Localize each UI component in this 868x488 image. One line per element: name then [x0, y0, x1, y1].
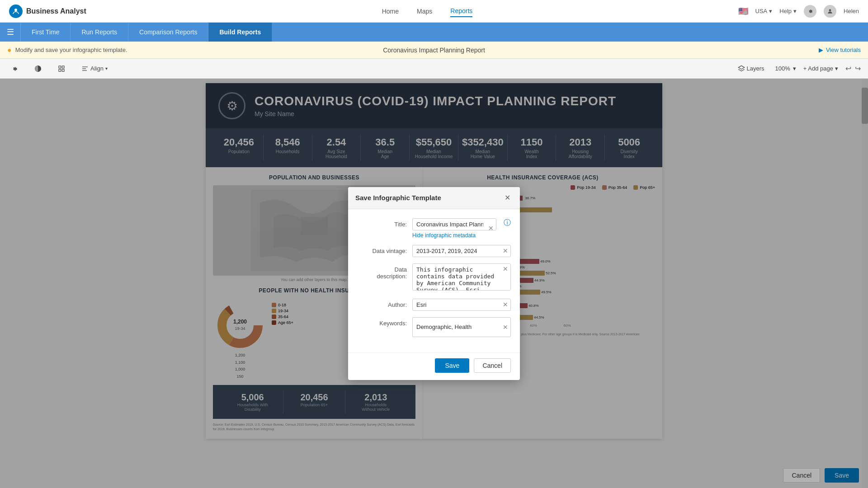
svg-point-1 [829, 9, 831, 11]
title-label: Title: [357, 218, 407, 228]
svg-rect-4 [62, 66, 64, 68]
title-form-row: Title: ✕ Hide infographic metadata ⓘ [357, 218, 511, 239]
editor-toolbar: Align ▾ Layers 100% ▾ + Add page ▾ ↩ ↪ [0, 59, 868, 79]
tab-first-time[interactable]: First Time [21, 23, 71, 42]
tab-comparison-reports[interactable]: Comparison Reports [128, 23, 208, 42]
keywords-input[interactable] [412, 317, 511, 337]
data-description-label: Datadescription: [357, 263, 407, 280]
modal-header: Save Infographic Template ✕ [348, 187, 520, 209]
settings-icon [11, 65, 18, 72]
chevron-down-icon: ▾ [835, 65, 838, 72]
undo-button[interactable]: ↩ [845, 64, 851, 73]
modal-cancel-button[interactable]: Cancel [474, 358, 511, 373]
user-avatar[interactable] [824, 5, 836, 18]
top-nav-right: 🇺🇸 USA ▾ Help ▾ Helen [732, 5, 859, 18]
align-icon [81, 65, 89, 72]
undo-redo-controls: ↩ ↪ [845, 64, 861, 73]
data-vintage-input[interactable] [412, 245, 511, 257]
second-navbar: ☰ First Time Run Reports Comparison Repo… [0, 23, 868, 42]
settings-tool-button[interactable] [7, 63, 22, 74]
author-row: Author: ✕ [357, 299, 511, 311]
info-icon-button[interactable]: ⓘ [504, 218, 511, 228]
grid-tool-button[interactable] [54, 63, 69, 74]
app-logo: Business Analyst [9, 5, 122, 18]
author-label: Author: [357, 299, 407, 308]
brightness-icon [34, 65, 42, 72]
data-description-row: Datadescription: This infographic contai… [357, 263, 511, 292]
main-content: Sample ⚙ CORONAVIRUS (COVID-19) IMPACT P… [0, 79, 868, 488]
flag-icon: 🇺🇸 [738, 6, 748, 16]
toolbar-right: Layers 100% ▾ + Add page ▾ ↩ ↪ [734, 63, 861, 74]
region-selector[interactable]: USA ▾ [755, 8, 773, 14]
data-description-textarea[interactable]: This infographic contains data provided … [412, 263, 511, 291]
add-page-button[interactable]: + Add page ▾ [803, 65, 838, 72]
chevron-down-icon: ▾ [793, 65, 796, 72]
settings-icon[interactable] [804, 5, 816, 18]
report-title-center: Coronavirus Impact Planning Report [383, 47, 485, 54]
tab-run-reports[interactable]: Run Reports [71, 23, 128, 42]
data-description-clear-button[interactable]: ✕ [503, 266, 508, 272]
layers-icon [738, 65, 745, 72]
svg-rect-6 [62, 69, 64, 71]
title-input[interactable] [412, 218, 496, 230]
svg-rect-3 [59, 66, 61, 68]
nav-reports[interactable]: Reports [450, 5, 472, 17]
info-icon: ● [7, 46, 12, 54]
hide-metadata-link[interactable]: Hide infographic metadata [412, 232, 496, 239]
modal-title: Save Infographic Template [355, 194, 441, 202]
play-icon: ▶ [819, 47, 823, 53]
help-button[interactable]: Help ▾ [779, 8, 797, 14]
top-navbar: Business Analyst Home Maps Reports 🇺🇸 US… [0, 0, 868, 23]
contrast-tool-button[interactable] [31, 63, 45, 74]
svg-rect-5 [59, 69, 61, 71]
modal-footer: Save Cancel [348, 352, 520, 380]
data-vintage-label: Data vintage: [357, 245, 407, 254]
data-vintage-input-wrap: ✕ [412, 245, 511, 257]
tutorials-link[interactable]: ▶ View tutorials [819, 47, 861, 53]
title-input-wrap: ✕ Hide infographic metadata [412, 218, 496, 239]
modal-close-button[interactable]: ✕ [502, 192, 513, 203]
nav-maps[interactable]: Maps [417, 6, 432, 17]
author-input-wrap: ✕ [412, 299, 511, 311]
user-name[interactable]: Helen [844, 8, 859, 14]
author-clear-button[interactable]: ✕ [503, 301, 508, 308]
nav-links: Home Maps Reports [122, 5, 732, 17]
app-name: Business Analyst [26, 7, 86, 15]
keywords-label: Keywords: [357, 317, 407, 327]
author-input[interactable] [412, 299, 511, 311]
keywords-row: Keywords: ✕ [357, 317, 511, 337]
grid-icon [58, 65, 65, 72]
title-clear-button[interactable]: ✕ [488, 225, 494, 231]
chevron-down-icon: ▾ [105, 66, 108, 71]
chevron-down-icon: ▾ [769, 8, 772, 14]
save-infographic-modal: Save Infographic Template ✕ Title: ✕ Hid… [348, 187, 520, 380]
keywords-clear-button[interactable]: ✕ [503, 324, 508, 330]
modal-overlay[interactable]: Save Infographic Template ✕ Title: ✕ Hid… [0, 79, 868, 488]
data-description-input-wrap: This infographic contains data provided … [412, 263, 511, 292]
tab-build-reports[interactable]: Build Reports [208, 23, 272, 42]
modal-save-button[interactable]: Save [435, 358, 469, 373]
logo-icon [9, 5, 23, 18]
svg-marker-10 [738, 66, 744, 69]
svg-point-0 [14, 9, 17, 11]
nav-home[interactable]: Home [382, 6, 399, 17]
modal-body: Title: ✕ Hide infographic metadata ⓘ Dat… [348, 209, 520, 352]
layers-button[interactable]: Layers [734, 63, 768, 74]
redo-button[interactable]: ↪ [855, 64, 861, 73]
keywords-input-wrap: ✕ [412, 317, 511, 337]
zoom-control[interactable]: 100% ▾ [775, 65, 796, 72]
data-vintage-row: Data vintage: ✕ [357, 245, 511, 257]
hamburger-button[interactable]: ☰ [0, 23, 21, 42]
align-tool-button[interactable]: Align ▾ [78, 63, 111, 74]
data-vintage-clear-button[interactable]: ✕ [503, 248, 508, 254]
chevron-down-icon: ▾ [793, 8, 797, 14]
info-bar: ● Modify and save your infographic templ… [0, 42, 868, 59]
